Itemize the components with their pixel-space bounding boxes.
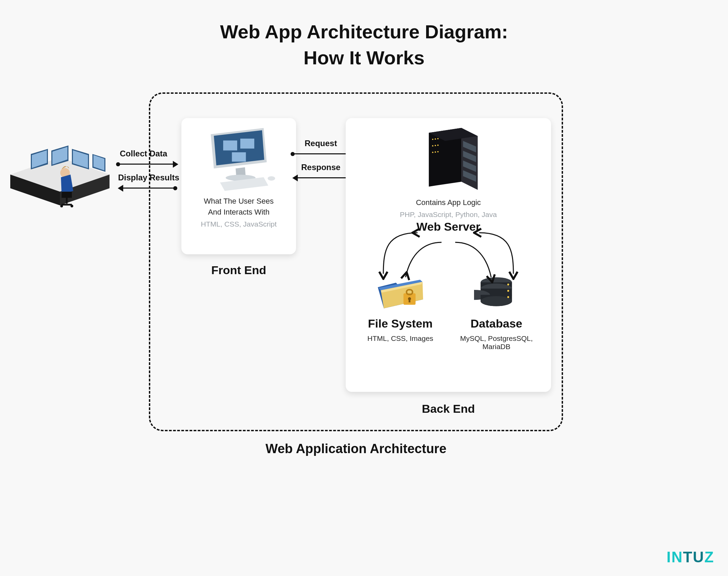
webserver-tech: PHP, JavaScript, Python, Java [354, 210, 543, 219]
arrow-line [298, 177, 353, 178]
svg-rect-22 [232, 152, 246, 162]
frontend-card: What The User Sees And Interacts With HT… [181, 118, 296, 254]
frontend-section-label: Front End [181, 264, 296, 277]
arrow-label-response: Response [301, 163, 341, 172]
arrow-line [118, 164, 173, 165]
svg-point-35 [435, 138, 436, 140]
user-workstation-icon [10, 133, 110, 209]
svg-point-26 [268, 176, 275, 181]
arrowhead-left-icon [292, 175, 298, 181]
arrowhead-left-icon [118, 185, 123, 192]
arrowhead-right-icon [173, 161, 178, 168]
svg-point-16 [60, 205, 63, 207]
svg-rect-50 [408, 299, 410, 303]
backend-section-label: Back End [346, 402, 551, 415]
arrow-line [123, 188, 175, 189]
svg-point-38 [435, 145, 436, 146]
arrow-label-display-results: Display Results [118, 173, 179, 182]
server-rack-icon [354, 126, 543, 196]
frontend-tech: HTML, CSS, JavaScript [188, 220, 289, 228]
arrow-line [293, 153, 351, 154]
svg-point-36 [437, 138, 439, 139]
title-line-1: Web App Architecture Diagram: [0, 19, 728, 45]
filesystem-tech: HTML, CSS, Images [356, 334, 445, 343]
frontend-desc-line1: What The User Sees [188, 197, 289, 206]
filesystem-title: File System [356, 317, 445, 330]
brand-logo: INTUZ [666, 549, 714, 566]
database-tech: MySQL, PostgresSQL, MariaDB [459, 334, 534, 351]
svg-point-41 [435, 151, 436, 153]
svg-rect-13 [62, 192, 72, 198]
svg-rect-20 [223, 140, 237, 150]
database-title: Database [452, 317, 541, 330]
arrow-dot [173, 186, 177, 190]
svg-rect-21 [240, 139, 254, 149]
diagram-title: Web App Architecture Diagram: How It Wor… [0, 19, 728, 71]
architecture-caption: Web Application Architecture [149, 441, 563, 456]
desktop-computer-icon [188, 125, 289, 195]
svg-point-54 [481, 296, 512, 306]
arrow-label-request: Request [305, 139, 337, 148]
backend-card: Contains App Logic PHP, JavaScript, Pyth… [346, 118, 551, 392]
webserver-desc: Contains App Logic [354, 198, 543, 207]
svg-point-17 [71, 205, 73, 207]
svg-point-57 [507, 296, 509, 298]
svg-point-42 [437, 151, 439, 152]
svg-point-40 [432, 152, 433, 153]
svg-point-37 [432, 145, 433, 146]
arrow-label-collect-data: Collect Data [120, 149, 167, 158]
title-line-2: How It Works [0, 45, 728, 71]
svg-point-39 [437, 144, 439, 146]
svg-point-34 [432, 139, 433, 140]
frontend-desc-line2: And Interacts With [188, 208, 289, 217]
